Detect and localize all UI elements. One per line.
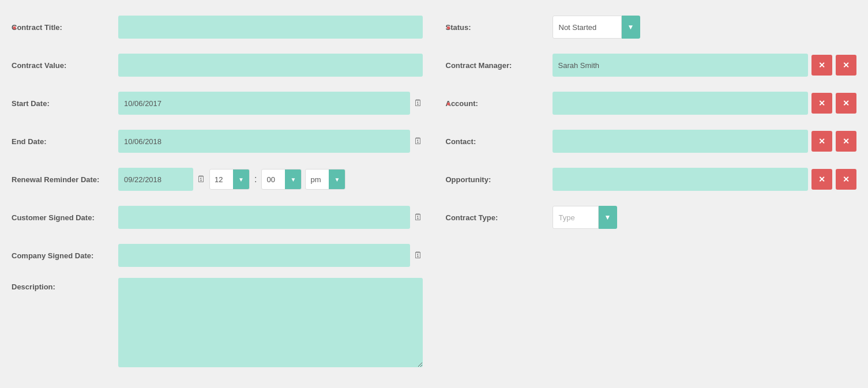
contract-value-label: Contract Value:	[12, 61, 118, 70]
account-label: Account: •	[446, 99, 553, 108]
contact-clear-btn[interactable]: ✕	[836, 131, 856, 152]
account-input[interactable]	[553, 92, 809, 115]
opportunity-label: Opportunity:	[446, 175, 553, 184]
contract-manager-group: ✕ ✕	[553, 54, 857, 77]
customer-signed-calendar-icon[interactable]: 🗓	[414, 212, 423, 223]
minute-selector[interactable]: 00 ▼	[261, 169, 302, 190]
company-signed-date-input[interactable]	[118, 244, 410, 267]
hour-selector[interactable]: 12 ▼	[209, 169, 250, 190]
minute-dropdown-btn[interactable]: ▼	[285, 169, 301, 190]
renewal-reminder-group: 🗓 12 ▼ : 00 ▼ pm ▼	[118, 168, 423, 191]
required-indicator: •	[13, 22, 16, 34]
contract-title-label: Contract Title: •	[12, 23, 118, 32]
description-input[interactable]	[118, 278, 423, 367]
contract-type-dropdown-btn[interactable]: ▼	[599, 206, 617, 229]
company-signed-date-label: Company Signed Date:	[12, 251, 118, 260]
end-date-row: End Date: 🗓	[12, 126, 423, 157]
description-row: Description:	[12, 278, 423, 370]
contract-value-input[interactable]	[118, 54, 423, 77]
end-date-label: End Date:	[12, 137, 118, 146]
end-date-calendar-icon[interactable]: 🗓	[414, 136, 423, 146]
contact-row: Contact: ✕ ✕	[446, 126, 857, 157]
hour-value: 12	[210, 175, 233, 184]
ampm-dropdown-btn[interactable]: ▼	[329, 169, 345, 190]
contract-manager-input[interactable]	[553, 54, 809, 77]
account-clear-btn[interactable]: ✕	[836, 93, 856, 114]
status-value: Not Started	[553, 16, 622, 39]
customer-signed-group: 🗓	[118, 206, 423, 229]
end-date-input[interactable]	[118, 130, 410, 153]
status-row: Status: • Not Started ▼	[446, 12, 857, 43]
status-dropdown[interactable]: Not Started ▼	[553, 16, 640, 39]
minute-value: 00	[262, 175, 285, 184]
contact-search-btn[interactable]: ✕	[811, 131, 832, 152]
ampm-selector[interactable]: pm ▼	[305, 169, 345, 190]
start-date-input[interactable]	[118, 92, 410, 115]
company-signed-group: 🗓	[118, 244, 423, 267]
account-row: Account: • ✕ ✕	[446, 88, 857, 119]
status-dropdown-btn[interactable]: ▼	[622, 16, 640, 39]
contract-manager-clear-btn[interactable]: ✕	[836, 55, 856, 76]
status-label: Status: •	[446, 23, 553, 32]
start-date-group: 🗓	[118, 92, 423, 115]
opportunity-clear-btn[interactable]: ✕	[836, 169, 856, 190]
contact-label: Contact:	[446, 137, 553, 146]
contract-title-row: Contract Title: •	[12, 12, 423, 43]
account-search-btn[interactable]: ✕	[811, 93, 832, 114]
ampm-value: pm	[306, 175, 329, 184]
contact-input[interactable]	[553, 130, 809, 153]
time-separator: :	[253, 174, 258, 184]
contract-value-row: Contract Value:	[12, 50, 423, 81]
contract-type-label: Contract Type:	[446, 213, 553, 222]
contract-type-dropdown[interactable]: Type ▼	[553, 206, 617, 229]
customer-signed-date-input[interactable]	[118, 206, 410, 229]
renewal-date-calendar-icon[interactable]: 🗓	[197, 174, 206, 184]
contract-manager-row: Contract Manager: ✕ ✕	[446, 50, 857, 81]
contract-type-row: Contract Type: Type ▼	[446, 202, 857, 233]
opportunity-row: Opportunity: ✕ ✕	[446, 164, 857, 195]
contact-group: ✕ ✕	[553, 130, 857, 153]
end-date-group: 🗓	[118, 130, 423, 153]
account-required-indicator: •	[447, 98, 450, 110]
renewal-date-input[interactable]	[118, 168, 193, 191]
start-date-row: Start Date: 🗓	[12, 88, 423, 119]
company-signed-date-row: Company Signed Date: 🗓	[12, 240, 423, 271]
start-date-calendar-icon[interactable]: 🗓	[414, 98, 423, 108]
customer-signed-date-row: Customer Signed Date: 🗓	[12, 202, 423, 233]
contract-manager-search-btn[interactable]: ✕	[811, 55, 832, 76]
contract-title-input[interactable]	[118, 16, 423, 39]
renewal-reminder-date-label: Renewal Reminder Date:	[12, 175, 118, 184]
opportunity-group: ✕ ✕	[553, 168, 857, 191]
contract-manager-label: Contract Manager:	[446, 61, 553, 70]
company-signed-calendar-icon[interactable]: 🗓	[414, 250, 423, 261]
description-label: Description:	[12, 278, 118, 291]
customer-signed-date-label: Customer Signed Date:	[12, 213, 118, 222]
opportunity-input[interactable]	[553, 168, 809, 191]
contract-type-value: Type	[553, 206, 599, 229]
account-group: ✕ ✕	[553, 92, 857, 115]
status-required-indicator: •	[447, 22, 450, 34]
start-date-label: Start Date:	[12, 99, 118, 108]
opportunity-search-btn[interactable]: ✕	[811, 169, 832, 190]
renewal-reminder-date-row: Renewal Reminder Date: 🗓 12 ▼ : 00 ▼	[12, 164, 423, 195]
hour-dropdown-btn[interactable]: ▼	[233, 169, 249, 190]
